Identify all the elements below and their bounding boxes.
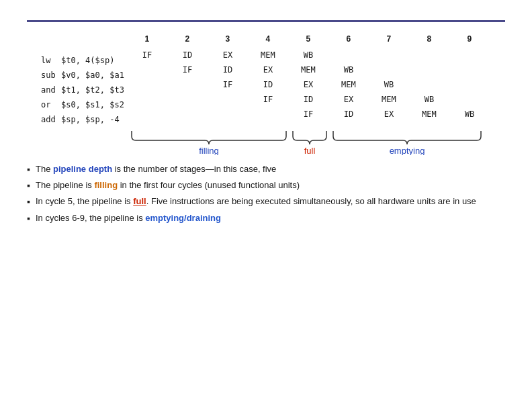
stage-cell-4-4: IF	[288, 109, 328, 119]
stage-cell-3-5: EX	[328, 95, 369, 104]
instr-row-or: or$s0, $s1, $s2	[41, 97, 124, 112]
svg-text:emptying: emptying	[390, 146, 425, 155]
bullet-part-3-0: In cycles 6-9, the pipeline is	[36, 213, 145, 223]
stage-cell-2-3: ID	[248, 80, 288, 89]
stage-cell-3-6: MEM	[369, 95, 409, 104]
stage-cell-2-5: MEM	[328, 80, 369, 89]
instr-args-4: $sp, $sp, -4	[61, 115, 120, 124]
stage-col-header-2: 2	[167, 34, 208, 48]
stage-cell-1-3: EX	[248, 65, 288, 75]
stage-cell-0-4: WB	[288, 50, 328, 60]
instr-row-sub: sub$v0, $a0, $a1	[41, 68, 124, 83]
stage-cell-2-4: EX	[288, 80, 328, 89]
stage-cell-1-1: IF	[167, 65, 208, 75]
instr-args-3: $s0, $s1, $s2	[61, 100, 124, 109]
stage-row-4: IFIDEXMEMWB	[127, 107, 490, 122]
bullet-part-2-1: full	[133, 196, 146, 206]
stage-col-header-7: 7	[369, 34, 409, 48]
bullet-symbol-0: ▪	[27, 164, 30, 175]
instr-args-1: $v0, $a0, $a1	[61, 71, 124, 80]
bullet-text-2: In cycle 5, the pipeline is full. Five i…	[36, 195, 476, 208]
stage-cell-2-2: IF	[208, 80, 248, 89]
bullet-part-0-1: pipeline depth	[53, 164, 112, 174]
bullet-symbol-2: ▪	[27, 196, 30, 207]
bullet-symbol-3: ▪	[27, 213, 30, 224]
instr-row-and: and$t1, $t2, $t3	[41, 83, 124, 97]
instr-name-add: add	[41, 115, 61, 124]
bullet-part-2-0: In cycle 5, the pipeline is	[36, 196, 133, 206]
stage-cell-4-8: WB	[449, 109, 490, 119]
stage-cell-1-2: ID	[208, 65, 248, 75]
instr-name-or: or	[41, 100, 61, 109]
bullet-text-3: In cycles 6-9, the pipeline is emptying/…	[36, 212, 221, 224]
stage-cell-3-7: WB	[409, 95, 449, 104]
braces-row: filling full emptying	[128, 130, 491, 155]
bullets: ▪The pipeline depth is the number of sta…	[27, 163, 505, 224]
bullet-item-1: ▪The pipeline is filling in the first fo…	[27, 179, 505, 191]
stage-col-header-4: 4	[248, 34, 288, 48]
pipeline-table-area: 123456789 lw$t0, 4($sp)sub$v0, $a0, $a1a…	[27, 33, 505, 155]
bullet-part-2-2: . Five instructions are being executed s…	[146, 196, 476, 206]
instr-name-lw: lw	[41, 56, 61, 65]
bullet-text-1: The pipeline is filling in the first fou…	[36, 179, 300, 191]
stage-col-header-8: 8	[409, 34, 449, 48]
stage-cell-4-7: MEM	[409, 109, 449, 119]
stage-cell-2-6: WB	[369, 80, 409, 89]
bullet-part-1-2: in the first four cycles (unused functio…	[118, 180, 300, 190]
stage-row-3: IFIDEXMEMWB	[127, 92, 490, 107]
braces-svg: filling full emptying	[128, 130, 491, 155]
stage-col-header-6: 6	[328, 34, 369, 48]
bullet-part-0-2: is the number of stages—in this case, fi…	[112, 164, 276, 174]
bullet-part-1-1: filling	[94, 180, 118, 190]
stage-cell-0-0: IF	[127, 50, 167, 60]
title-underline	[27, 20, 505, 22]
stage-cell-3-4: ID	[288, 95, 328, 104]
bullet-part-0-0: The	[36, 164, 53, 174]
stage-cell-1-5: WB	[328, 65, 369, 75]
pipeline-container: 123456789 lw$t0, 4($sp)sub$v0, $a0, $a1a…	[41, 33, 491, 155]
bullet-item-0: ▪The pipeline depth is the number of sta…	[27, 163, 505, 175]
stage-row-0: IFIDEXMEMWB	[127, 48, 490, 62]
bullet-item-2: ▪In cycle 5, the pipeline is full. Five …	[27, 195, 505, 208]
stage-rows: 123456789IFIDEXMEMWBIFIDEXMEMWBIFIDEXMEM…	[127, 34, 490, 122]
pipeline-top: lw$t0, 4($sp)sub$v0, $a0, $a1and$t1, $t2…	[41, 34, 490, 127]
instr-row-add: add$sp, $sp, -4	[41, 112, 124, 127]
bullet-part-1-0: The pipeline is	[36, 180, 94, 190]
bullet-item-3: ▪In cycles 6-9, the pipeline is emptying…	[27, 212, 505, 224]
instr-args-0: $t0, 4($sp)	[61, 56, 114, 65]
stage-cell-1-4: MEM	[288, 65, 328, 75]
instr-args-2: $t1, $t2, $t3	[61, 85, 124, 95]
stage-cell-0-3: MEM	[248, 50, 288, 60]
stage-col-header-5: 5	[288, 34, 328, 48]
stage-cell-4-6: EX	[369, 109, 409, 119]
stage-col-header-1: 1	[127, 34, 167, 48]
svg-text:full: full	[304, 146, 316, 155]
bullet-symbol-1: ▪	[27, 180, 30, 191]
instr-row-lw: lw$t0, 4($sp)	[41, 53, 124, 68]
stage-cell-4-5: ID	[328, 109, 369, 119]
stage-cell-3-3: IF	[248, 95, 288, 104]
bullet-part-3-1: emptying/draining	[145, 213, 221, 223]
stage-row-1: IFIDEXMEMWB	[127, 62, 490, 77]
bullet-text-0: The pipeline depth is the number of stag…	[36, 163, 276, 175]
stage-row-2: IFIDEXMEMWB	[127, 77, 490, 92]
instr-name-sub: sub	[41, 71, 61, 80]
stage-cell-0-2: EX	[208, 50, 248, 60]
stage-col-header-3: 3	[208, 34, 248, 48]
stage-col-header-9: 9	[449, 34, 490, 48]
instr-name-and: and	[41, 85, 61, 95]
instruction-labels: lw$t0, 4($sp)sub$v0, $a0, $a1and$t1, $t2…	[41, 34, 124, 127]
svg-text:filling: filling	[199, 146, 219, 155]
stage-cell-0-1: ID	[167, 50, 208, 60]
